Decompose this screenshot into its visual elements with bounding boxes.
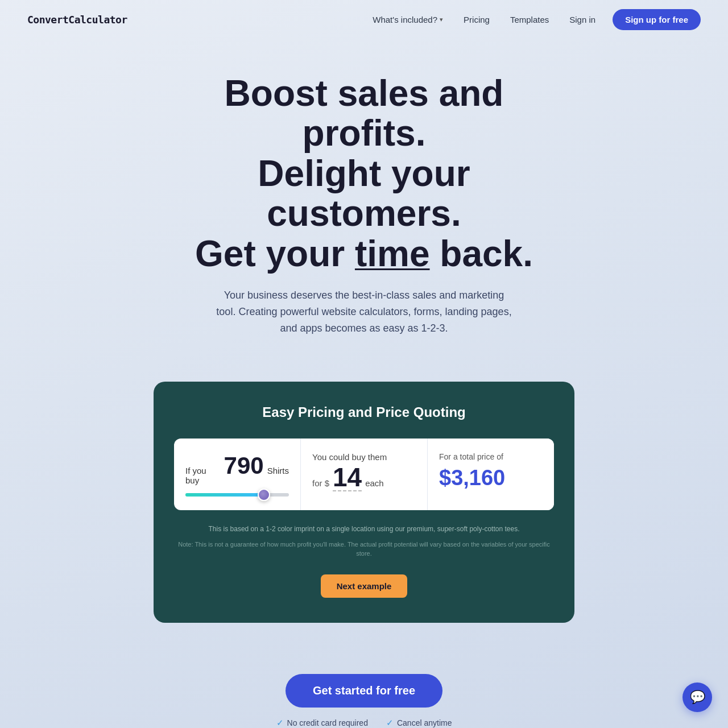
checkmark-icon: ✓ (276, 718, 284, 728)
calc-dollar-prefix: for $ (312, 478, 329, 488)
nav-links: What's included? ▾ Pricing Templates Sig… (365, 9, 701, 30)
chevron-down-icon: ▾ (440, 16, 443, 23)
hero-subtext: Your business deserves the best-in-class… (216, 287, 512, 336)
nav-signup-button[interactable]: Sign up for free (613, 9, 701, 30)
chat-icon: 💬 (690, 690, 705, 705)
calc-suffix: Shirts (267, 466, 289, 475)
hero-section: Boost sales and profits. Delight your cu… (0, 39, 728, 359)
calc-prefix: If you buy (185, 466, 221, 485)
calc-col-shirts: If you buy 790 Shirts (174, 439, 301, 510)
calc-col-total: For a total price of $3,160 (428, 439, 554, 510)
calc-middle-text: You could buy them (312, 452, 416, 462)
next-example-button[interactable]: Next example (321, 574, 408, 598)
hero-heading: Boost sales and profits. Delight your cu… (165, 73, 563, 274)
demo-section: Easy Pricing and Price Quoting If you bu… (154, 382, 574, 622)
cta-check-cancel: ✓ Cancel anytime (386, 718, 452, 728)
demo-title: Easy Pricing and Price Quoting (174, 404, 554, 420)
calc-total-label: For a total price of (439, 452, 543, 461)
calc-price-each: 14 (333, 464, 362, 491)
slider-fill (185, 493, 260, 497)
logo[interactable]: ConvertCalculator (27, 14, 127, 26)
demo-note: Note: This is not a guarantee of how muc… (174, 540, 554, 559)
cta-section: Get started for free ✓ No credit card re… (0, 646, 728, 728)
get-started-button[interactable]: Get started for free (286, 674, 442, 708)
navbar: ConvertCalculator What's included? ▾ Pri… (0, 0, 728, 39)
nav-templates[interactable]: Templates (502, 10, 557, 29)
calculator-widget: If you buy 790 Shirts You could buy them… (174, 439, 554, 510)
cta-checks: ✓ No credit card required ✓ Cancel anyti… (11, 718, 717, 728)
slider-thumb[interactable] (258, 489, 270, 501)
calc-shirt-qty: 790 (224, 452, 264, 479)
nav-whats-included[interactable]: What's included? ▾ (365, 10, 451, 29)
nav-signin[interactable]: Sign in (561, 10, 603, 29)
calc-col-price-each: You could buy them for $ 14 each (301, 439, 428, 510)
qty-slider-track[interactable] (185, 493, 289, 497)
checkmark-icon: ✓ (386, 718, 394, 728)
cta-check-no-cc: ✓ No credit card required (276, 718, 368, 728)
nav-pricing[interactable]: Pricing (456, 10, 498, 29)
calc-total-value: $3,160 (439, 466, 543, 490)
demo-footnote: This is based on a 1-2 color imprint on … (174, 524, 554, 535)
chat-support-button[interactable]: 💬 (682, 682, 712, 712)
calc-each-suffix: each (365, 478, 384, 488)
